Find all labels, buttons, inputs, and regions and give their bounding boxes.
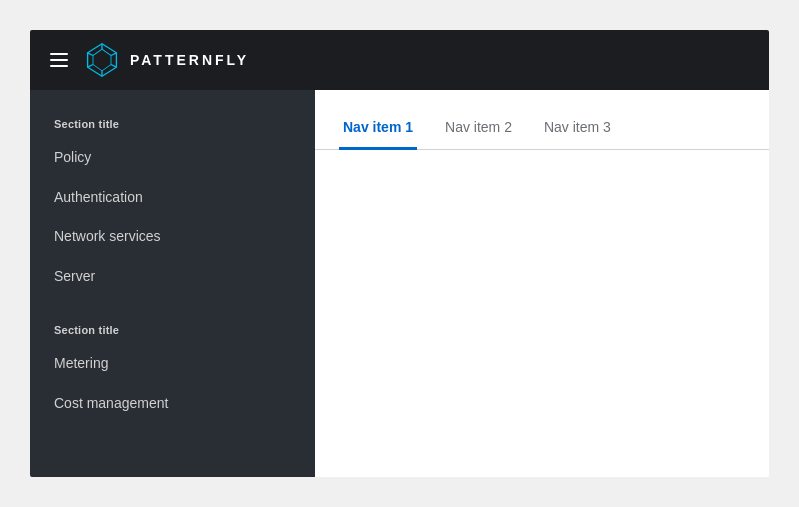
sidebar-item-network-services[interactable]: Network services <box>30 217 315 257</box>
sidebar-item-authentication[interactable]: Authentication <box>30 178 315 218</box>
sidebar: Section title Policy Authentication Netw… <box>30 90 315 477</box>
svg-marker-1 <box>93 49 111 71</box>
svg-line-9 <box>102 49 111 55</box>
nav-section-divider <box>30 296 315 312</box>
sidebar-item-metering[interactable]: Metering <box>30 344 315 384</box>
brand: PATTERNFLY <box>84 42 249 78</box>
tabs-bar: Nav item 1 Nav item 2 Nav item 3 <box>315 90 769 150</box>
main-layout: Section title Policy Authentication Netw… <box>30 90 769 477</box>
tab-nav-item-3[interactable]: Nav item 3 <box>540 107 615 150</box>
sidebar-section-title-1: Section title <box>30 106 315 138</box>
svg-line-4 <box>111 65 116 68</box>
app-container: PATTERNFLY Section title Policy Authenti… <box>30 30 769 477</box>
content-area: Nav item 1 Nav item 2 Nav item 3 <box>315 90 769 477</box>
svg-line-6 <box>88 65 93 68</box>
sidebar-item-policy[interactable]: Policy <box>30 138 315 178</box>
sidebar-section-title-2: Section title <box>30 312 315 344</box>
sidebar-item-server[interactable]: Server <box>30 257 315 297</box>
brand-logo-icon <box>84 42 120 78</box>
svg-line-7 <box>88 53 93 56</box>
svg-line-8 <box>93 49 102 55</box>
brand-name-label: PATTERNFLY <box>130 52 249 68</box>
page-wrapper: PATTERNFLY Section title Policy Authenti… <box>0 0 799 507</box>
hamburger-menu-button[interactable] <box>50 53 68 67</box>
content-body <box>315 150 769 477</box>
header: PATTERNFLY <box>30 30 769 90</box>
svg-line-3 <box>111 53 116 56</box>
tab-nav-item-1[interactable]: Nav item 1 <box>339 107 417 150</box>
sidebar-item-cost-management[interactable]: Cost management <box>30 384 315 424</box>
tab-nav-item-2[interactable]: Nav item 2 <box>441 107 516 150</box>
